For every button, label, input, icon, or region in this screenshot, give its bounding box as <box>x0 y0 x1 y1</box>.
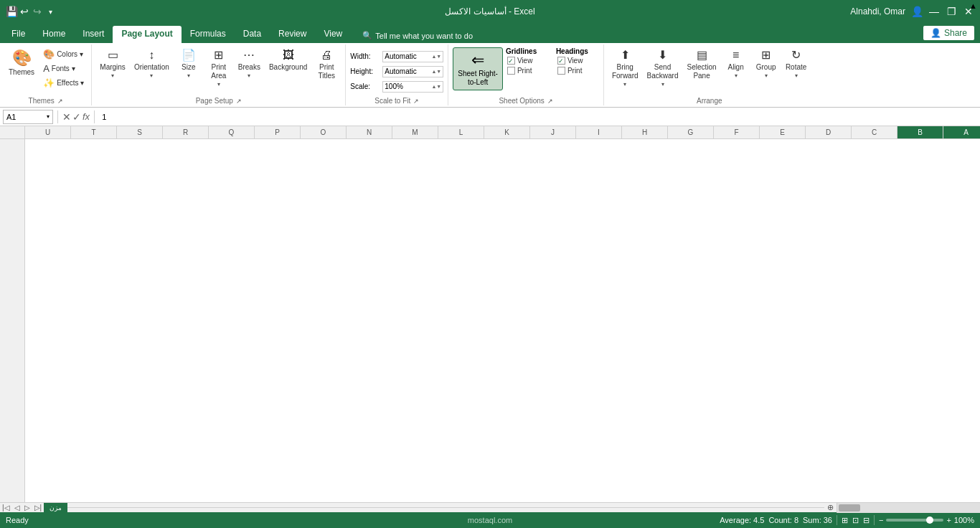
col-header-L[interactable]: L <box>438 126 484 138</box>
add-sheet-icon[interactable]: ⊕ <box>827 503 834 512</box>
col-header-T[interactable]: T <box>71 126 117 138</box>
print-area-button[interactable]: ⊞ PrintArea ▾ <box>204 47 233 90</box>
gridlines-view-check[interactable]: ✓ View <box>506 56 549 65</box>
cancel-formula-icon[interactable]: ✕ <box>62 111 71 123</box>
margins-button[interactable]: ▭ Margins ▾ <box>96 47 129 81</box>
header-corner[interactable] <box>0 126 25 138</box>
col-header-N[interactable]: N <box>347 126 392 138</box>
tab-review[interactable]: Review <box>270 26 315 43</box>
tab-home[interactable]: Home <box>34 26 74 43</box>
width-spinner-icon[interactable]: ▲▼ <box>431 54 441 59</box>
col-header-A[interactable]: A <box>943 126 980 138</box>
sheet-tab-main[interactable]: مزن <box>44 503 67 513</box>
account-icon[interactable]: 👤 <box>911 6 923 17</box>
zoom-slider[interactable] <box>886 519 943 522</box>
print-titles-button[interactable]: 🖨 PrintTitles <box>312 47 341 82</box>
bring-forward-button[interactable]: ⬆ BringForward ▾ <box>608 47 642 90</box>
align-button[interactable]: ≡ Align ▾ <box>722 47 750 81</box>
size-dropdown-icon: ▾ <box>187 72 190 79</box>
effects-button[interactable]: ✨ Effects ▾ <box>40 76 87 90</box>
colors-button[interactable]: 🎨 Colors ▾ <box>40 47 87 61</box>
scroll-next-icon[interactable]: ▷ <box>22 504 32 512</box>
customize-qat-icon[interactable]: ▾ <box>44 6 56 17</box>
zoom-in-icon[interactable]: + <box>946 516 951 524</box>
normal-view-icon[interactable]: ⊞ <box>842 516 848 525</box>
headings-view-check[interactable]: ✓ View <box>556 56 599 65</box>
col-header-U[interactable]: U <box>25 126 71 138</box>
themes-button[interactable]: 🎨 Themes <box>4 47 39 80</box>
minimize-icon[interactable]: — <box>928 6 940 17</box>
send-backward-button[interactable]: ⬇ SendBackward ▾ <box>644 47 682 90</box>
zoom-out-icon[interactable]: − <box>879 516 883 524</box>
size-button[interactable]: 📄 Size ▾ <box>174 47 203 81</box>
gridlines-view-checkbox[interactable]: ✓ <box>507 57 515 65</box>
col-header-R[interactable]: R <box>163 126 209 138</box>
col-header-E[interactable]: E <box>760 126 806 138</box>
col-header-K[interactable]: K <box>484 126 530 138</box>
col-header-O[interactable]: O <box>301 126 347 138</box>
width-input[interactable]: Automatic ▲▼ <box>382 51 443 62</box>
name-box[interactable]: A1 ▾ <box>3 110 53 124</box>
col-header-F[interactable]: F <box>714 126 760 138</box>
col-header-I[interactable]: I <box>576 126 622 138</box>
page-layout-view-icon[interactable]: ⊡ <box>852 516 859 525</box>
scale-input[interactable]: 100% ▲▼ <box>382 81 443 93</box>
scrollbar-thumb[interactable] <box>839 504 860 512</box>
restore-icon[interactable]: ❐ <box>946 6 957 17</box>
undo-icon[interactable]: ↩ <box>19 6 30 17</box>
name-box-dropdown-icon[interactable]: ▾ <box>47 113 50 120</box>
height-input[interactable]: Automatic ▲▼ <box>382 66 443 77</box>
save-icon[interactable]: 💾 <box>6 6 17 17</box>
tell-me-input[interactable]: 🔍 Tell me what you want to do <box>357 28 479 43</box>
col-header-D[interactable]: D <box>806 126 852 138</box>
formula-input[interactable] <box>99 110 977 124</box>
page-break-view-icon[interactable]: ⊟ <box>863 516 870 525</box>
headings-view-checkbox[interactable]: ✓ <box>557 57 565 65</box>
themes-expand-icon[interactable]: ↗ <box>57 98 63 105</box>
gridlines-print-checkbox[interactable] <box>507 67 515 75</box>
spreadsheet-grid[interactable] <box>25 139 980 502</box>
gridlines-print-check[interactable]: Print <box>506 66 549 75</box>
sheet-rtl-button[interactable]: ⇐ Sheet Right-to-Left <box>453 47 503 90</box>
col-header-S[interactable]: S <box>117 126 163 138</box>
tab-scroll-arrows[interactable]: |◁ ◁ ▷ ▷| <box>0 504 44 512</box>
ribbon-collapse-icon[interactable]: ▲ <box>969 1 977 10</box>
col-header-Q[interactable]: Q <box>209 126 255 138</box>
confirm-formula-icon[interactable]: ✓ <box>72 111 81 123</box>
tab-view[interactable]: View <box>315 26 351 43</box>
col-header-C[interactable]: C <box>852 126 897 138</box>
scroll-first-icon[interactable]: |◁ <box>0 504 12 512</box>
orientation-button[interactable]: ↕ Orientation ▾ <box>131 47 173 81</box>
sheet-options-expand-icon[interactable]: ↗ <box>547 98 553 105</box>
tab-page-layout[interactable]: Page Layout <box>113 26 181 43</box>
zoom-thumb[interactable] <box>926 517 933 524</box>
tab-file[interactable]: File <box>3 26 34 43</box>
headings-print-check[interactable]: Print <box>556 66 599 75</box>
tab-data[interactable]: Data <box>235 26 270 43</box>
scale-expand-icon[interactable]: ↗ <box>413 98 419 105</box>
fonts-button[interactable]: A Fonts ▾ <box>40 62 87 75</box>
col-header-G[interactable]: G <box>668 126 714 138</box>
horizontal-scrollbar[interactable] <box>837 503 980 513</box>
tab-formulas[interactable]: Formulas <box>182 26 235 43</box>
tab-insert[interactable]: Insert <box>74 26 113 43</box>
col-header-J[interactable]: J <box>530 126 576 138</box>
col-header-H[interactable]: H <box>622 126 668 138</box>
share-button[interactable]: 👤 Share <box>923 26 974 40</box>
background-button[interactable]: 🖼 Background <box>265 47 311 74</box>
headings-print-checkbox[interactable] <box>557 67 565 75</box>
selection-pane-button[interactable]: ▤ SelectionPane <box>683 47 720 82</box>
page-setup-expand-icon[interactable]: ↗ <box>236 98 242 105</box>
col-header-M[interactable]: M <box>392 126 438 138</box>
breaks-button[interactable]: ⋯ Breaks ▾ <box>235 47 264 81</box>
col-header-B[interactable]: B <box>897 126 943 138</box>
height-spinner-icon[interactable]: ▲▼ <box>431 69 441 74</box>
rotate-button[interactable]: ↻ Rotate ▾ <box>782 47 811 81</box>
fx-icon[interactable]: fx <box>83 111 90 122</box>
redo-icon[interactable]: ↪ <box>32 6 43 17</box>
col-header-P[interactable]: P <box>255 126 301 138</box>
group-button[interactable]: ⊞ Group ▾ <box>752 47 781 81</box>
scale-spinner-icon[interactable]: ▲▼ <box>431 84 441 89</box>
scroll-prev-icon[interactable]: ◁ <box>12 504 22 512</box>
scroll-last-icon[interactable]: ▷| <box>32 504 44 512</box>
